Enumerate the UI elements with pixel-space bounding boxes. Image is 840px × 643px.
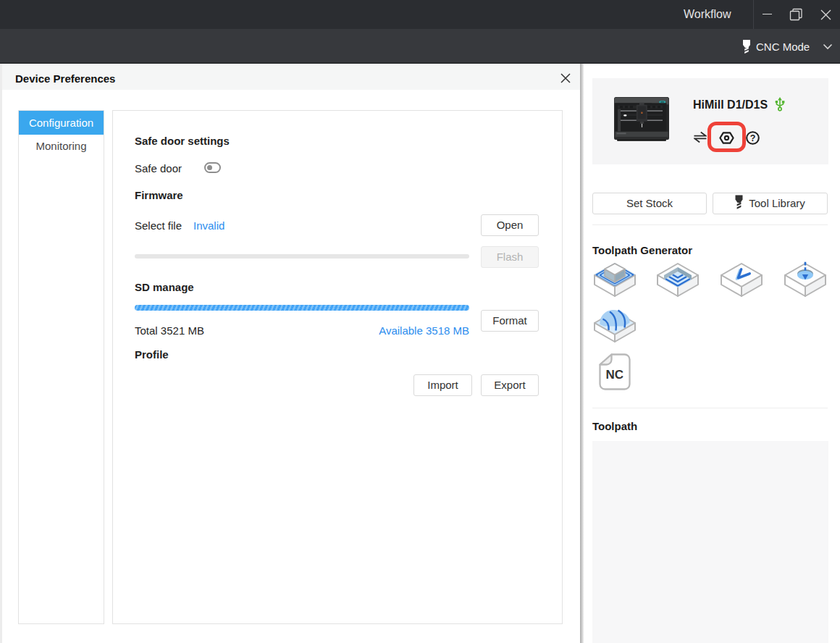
svg-text:?: ? <box>750 133 756 143</box>
svg-text:NC: NC <box>606 368 624 382</box>
